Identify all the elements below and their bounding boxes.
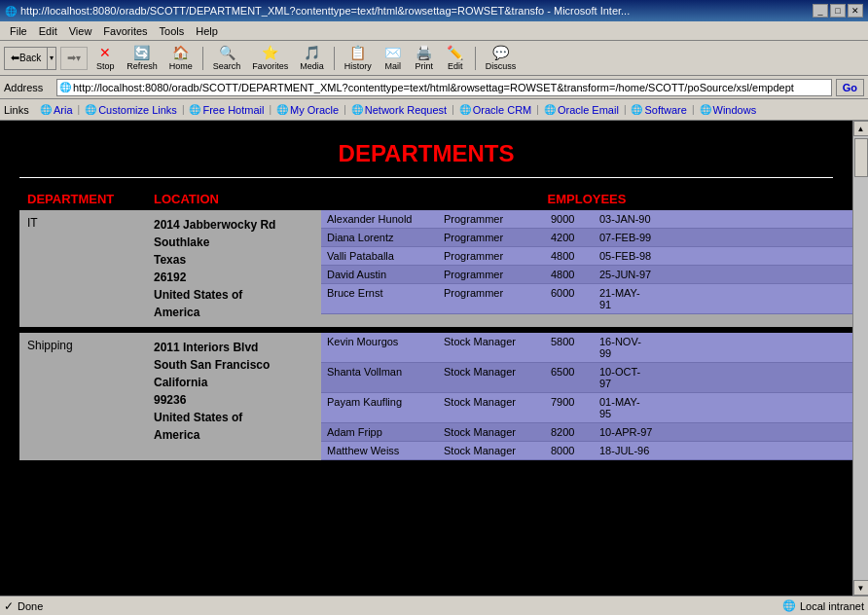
menu-favorites[interactable]: Favorites [97,23,153,39]
mail-button[interactable]: ✉️ Mail [380,44,407,73]
shipping-employees-table: Kevin Mourgos Stock Manager 5800 16-NOV-… [321,333,852,460]
table-row: Payam Kaufling Stock Manager 7900 01-MAY… [321,393,852,423]
scroll-track[interactable] [853,136,869,580]
departments-table: DEPARTMENT LOCATION EMPLOYEES IT 2014 Ja… [19,188,852,460]
go-button[interactable]: Go [836,79,864,96]
home-label: Home [169,61,193,71]
col-header-department: DEPARTMENT [19,188,146,210]
emp-date: 25-JUN-97 [594,266,852,284]
back-button[interactable]: ⬅ Back [4,47,48,70]
media-label: Media [300,61,324,71]
menu-view[interactable]: View [63,23,98,39]
link-networkrequest[interactable]: 🌐 Network Request [348,103,450,117]
emp-job: Programmer [438,266,545,284]
refresh-label: Refresh [127,61,158,71]
toolbar-separator-3 [475,47,476,70]
table-row: Shanta Vollman Stock Manager 6500 10-OCT… [321,363,852,393]
refresh-button[interactable]: 🔄 Refresh [123,44,162,73]
table-row: Diana Lorentz Programmer 4200 07-FEB-99 [321,229,852,247]
emp-salary: 6500 [545,363,594,393]
emp-date: 10-APR-97 [594,423,852,442]
home-button[interactable]: 🏠 Home [165,44,197,73]
emp-date: 01-MAY-95 [594,393,852,423]
search-button[interactable]: 🔍 Search [209,44,245,73]
emp-job: Stock Manager [438,423,545,442]
emp-salary: 7900 [545,393,594,423]
print-icon: 🖨️ [416,45,432,60]
link-myoracle[interactable]: 🌐 My Oracle [273,103,342,117]
emp-date: 05-FEB-98 [594,247,852,266]
it-employees-table: Alexander Hunold Programmer 9000 03-JAN-… [321,210,852,314]
emp-date: 18-JUL-96 [594,442,852,460]
content-area: DEPARTMENTS DEPARTMENT LOCATION EMPLOYEE… [0,121,852,596]
back-dropdown[interactable]: ▾ [48,47,56,70]
menu-file[interactable]: File [4,23,33,39]
link-icon-hotmail: 🌐 [189,104,200,115]
refresh-icon: 🔄 [133,45,150,60]
link-icon-oraclecrm: 🌐 [459,104,471,115]
minimize-button[interactable]: _ [813,4,828,18]
media-icon: 🎵 [304,45,320,60]
link-hotmail[interactable]: 🌐 Free Hotmail [186,103,267,117]
link-icon-networkrequest: 🌐 [351,104,363,115]
link-windows[interactable]: 🌐 Windows [697,103,760,117]
link-icon-windows: 🌐 [700,104,711,115]
print-label: Print [416,61,434,71]
status-text: Done [18,600,43,612]
link-oraclecrm[interactable]: 🌐 Oracle CRM [456,103,535,117]
address-input[interactable] [73,82,829,93]
table-row: David Austin Programmer 4800 25-JUN-97 [321,266,852,284]
discuss-button[interactable]: 💬 Discuss [482,44,521,73]
links-bar: Links 🌐 Aria | 🌐 Customize Links | 🌐 Fre… [0,99,868,121]
emp-job: Stock Manager [438,363,545,393]
forward-button[interactable]: ➡ ▾ [60,47,88,70]
print-button[interactable]: 🖨️ Print [411,44,438,73]
scroll-up-button[interactable]: ▲ [853,121,869,136]
forward-icon: ➡ [67,52,76,64]
page-title: DEPARTMENTS [10,130,843,177]
status-left: ✓ Done [4,599,43,613]
menu-help[interactable]: Help [190,23,224,39]
link-aria[interactable]: 🌐 Aria [37,103,76,117]
table-row: Alexander Hunold Programmer 9000 03-JAN-… [321,210,852,229]
dept-location-it: 2014 Jabberwocky RdSouthlakeTexas26192Un… [146,210,321,327]
emp-name: David Austin [321,266,438,284]
emp-name: Matthew Weiss [321,442,438,460]
menu-edit[interactable]: Edit [33,23,63,39]
forward-label: ▾ [76,53,81,63]
media-button[interactable]: 🎵 Media [296,44,328,73]
scroll-thumb[interactable] [854,138,868,177]
vertical-scrollbar: ▲ ▼ [852,121,868,596]
emp-name: Kevin Mourgos [321,333,438,363]
search-label: Search [213,61,241,71]
discuss-label: Discuss [486,61,517,71]
emp-name: Adam Fripp [321,423,438,442]
link-icon-software: 🌐 [631,104,642,115]
stop-icon: ✕ [99,45,111,60]
mail-icon: ✉️ [384,45,401,60]
address-label: Address [4,82,53,93]
emp-salary: 4200 [545,229,594,247]
maximize-button[interactable]: □ [830,4,846,18]
favorites-label: Favorites [252,61,288,71]
link-icon-aria: 🌐 [40,104,52,115]
history-button[interactable]: 📋 History [341,44,376,73]
link-customize[interactable]: 🌐 Customize Links [82,103,180,117]
link-oracleemail[interactable]: 🌐 Oracle Email [541,103,622,117]
scroll-down-button[interactable]: ▼ [853,580,869,596]
menu-tools[interactable]: Tools [154,23,191,39]
dept-employees-shipping: Kevin Mourgos Stock Manager 5800 16-NOV-… [321,333,852,460]
emp-date: 10-OCT-97 [594,363,852,393]
link-software[interactable]: 🌐 Software [628,103,689,117]
discuss-icon: 💬 [492,45,509,60]
edit-button[interactable]: ✏️ Edit [442,44,469,73]
back-icon: ⬅ [11,52,19,64]
title-bar: 🌐 http://localhost:8080/oradb/SCOTT/DEPA… [0,0,868,21]
history-label: History [344,61,372,71]
address-bar: Address 🌐 Go [0,76,868,99]
page-icon: 🌐 [59,82,71,92]
close-button[interactable]: ✕ [848,4,863,18]
favorites-button[interactable]: ⭐ Favorites [248,44,292,73]
stop-button[interactable]: ✕ Stop [91,44,119,73]
emp-salary: 6000 [545,284,594,314]
